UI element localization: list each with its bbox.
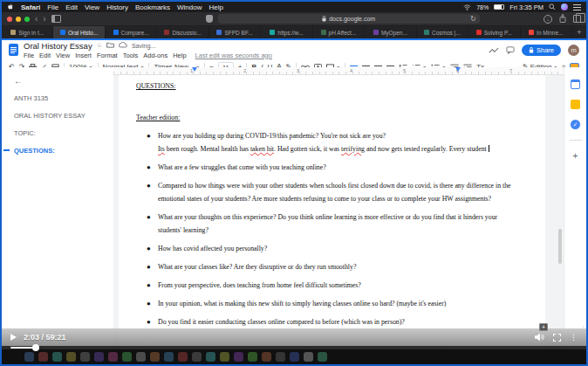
dock-app-icon[interactable] bbox=[192, 352, 202, 362]
outline-item[interactable]: ANTH 3135 bbox=[14, 94, 113, 102]
dock-app-icon[interactable] bbox=[178, 352, 188, 362]
reload-icon[interactable]: ↻ bbox=[470, 15, 476, 23]
notification-center-icon[interactable] bbox=[573, 4, 581, 10]
seek-bar[interactable] bbox=[2, 346, 586, 349]
tab-in-minne[interactable]: In Minne... bbox=[521, 26, 572, 38]
menubar-item-edit[interactable]: Edit bbox=[65, 3, 78, 11]
comment-history-icon[interactable] bbox=[506, 42, 515, 58]
share-button[interactable]: Share bbox=[522, 45, 561, 56]
right-margin-marker[interactable] bbox=[455, 67, 461, 72]
volume-icon[interactable] bbox=[534, 333, 544, 342]
menubar-item-view[interactable]: View bbox=[85, 3, 99, 11]
wifi-icon[interactable] bbox=[463, 4, 471, 10]
menubar-item-safari[interactable]: Safari bbox=[21, 3, 40, 11]
move-folder-icon[interactable] bbox=[106, 42, 114, 49]
menubar-item-window[interactable]: Window bbox=[177, 3, 202, 11]
dock-app-icon[interactable] bbox=[262, 352, 271, 362]
dock-app-icon[interactable] bbox=[52, 352, 62, 362]
privacy-shield-icon[interactable] bbox=[206, 15, 213, 23]
zoom-window-button[interactable] bbox=[24, 17, 30, 22]
outline-item-active[interactable]: QUESTIONS: bbox=[14, 147, 113, 155]
dock-app-icon[interactable] bbox=[164, 352, 174, 362]
docs-menu-tools[interactable]: Tools bbox=[123, 52, 139, 59]
tab-https[interactable]: https://w... bbox=[261, 26, 312, 38]
dock-app-icon[interactable] bbox=[108, 352, 118, 362]
docs-menu-file[interactable]: File bbox=[24, 52, 34, 59]
dock-app-icon[interactable] bbox=[234, 352, 243, 362]
docs-menu-addons[interactable]: Add-ons bbox=[143, 52, 168, 59]
sidebar-toggle-icon[interactable] bbox=[51, 15, 61, 23]
address-bar[interactable]: docs.google.com ↻ bbox=[218, 14, 480, 24]
tasks-icon[interactable]: ✓ bbox=[571, 120, 580, 129]
dock-app-icon[interactable] bbox=[24, 352, 34, 362]
add-addon-button[interactable]: + bbox=[573, 151, 578, 161]
docs-menu-view[interactable]: View bbox=[56, 52, 70, 59]
dock-app-icon[interactable] bbox=[66, 352, 76, 362]
dock-app-icon[interactable] bbox=[80, 352, 90, 362]
forward-button[interactable]: › bbox=[43, 15, 45, 24]
dock-app-icon[interactable] bbox=[248, 352, 257, 362]
insights-icon[interactable] bbox=[489, 42, 499, 58]
tab-oral-history[interactable]: Oral Histo... bbox=[53, 26, 105, 38]
docs-menu-insert[interactable]: Insert bbox=[75, 52, 92, 59]
player-chevron-icon[interactable]: › bbox=[582, 323, 585, 331]
fullscreen-icon[interactable] bbox=[553, 334, 561, 342]
google-docs-icon[interactable] bbox=[9, 44, 18, 56]
outline-item[interactable]: TOPIC: bbox=[14, 129, 113, 137]
tab-sfpd[interactable]: SFPD BF... bbox=[209, 26, 261, 38]
dock-app-icon[interactable] bbox=[304, 352, 313, 362]
spotlight-icon[interactable] bbox=[549, 3, 556, 10]
battery-icon bbox=[494, 4, 504, 10]
ruler[interactable]: 1 2 3 4 5 6 7 bbox=[113, 67, 564, 75]
tab-discussion[interactable]: Discussio... bbox=[157, 26, 209, 38]
pip-icon[interactable]: + bbox=[539, 323, 548, 331]
dock-app-icon[interactable] bbox=[136, 352, 146, 362]
minimize-window-button[interactable] bbox=[16, 17, 21, 22]
share-sheet-icon[interactable] bbox=[559, 14, 566, 24]
last-edit-link[interactable]: Last edit was seconds ago bbox=[195, 52, 272, 59]
dock-app-icon[interactable] bbox=[94, 352, 104, 362]
dock-app-icon[interactable] bbox=[150, 352, 160, 362]
calendar-icon[interactable] bbox=[571, 79, 580, 89]
menubar-item-bookmarks[interactable]: Bookmarks bbox=[135, 3, 170, 11]
dock-app-icon[interactable] bbox=[220, 352, 229, 362]
keep-icon[interactable] bbox=[571, 100, 580, 109]
back-button[interactable]: ‹ bbox=[35, 15, 38, 24]
siri-icon[interactable] bbox=[561, 3, 568, 10]
document-scrollbar[interactable] bbox=[558, 229, 562, 264]
outline-item[interactable]: ORAL HISTORY ESSAY bbox=[14, 112, 113, 120]
dock-app-icon[interactable] bbox=[318, 352, 327, 362]
tab-compare[interactable]: Compare... bbox=[106, 26, 157, 38]
dock-app-icon[interactable] bbox=[290, 352, 299, 362]
more-options-icon[interactable]: ⋮ bbox=[570, 334, 578, 342]
tab-sign-in[interactable]: Sign in t... bbox=[2, 26, 53, 38]
dock-app-icon[interactable] bbox=[38, 352, 48, 362]
tab-overview-icon[interactable] bbox=[573, 15, 581, 23]
close-window-button[interactable] bbox=[7, 17, 12, 22]
menubar-item-file[interactable]: File bbox=[47, 3, 58, 11]
left-margin-marker[interactable] bbox=[192, 67, 197, 72]
tab-ph-affect[interactable]: pH Affect... bbox=[313, 26, 365, 38]
dock-app-icon[interactable] bbox=[206, 352, 215, 362]
tab-solving[interactable]: Solving P... bbox=[468, 26, 520, 38]
play-button[interactable] bbox=[10, 334, 17, 341]
docs-menu-edit[interactable]: Edit bbox=[39, 52, 51, 59]
tab-cosmos[interactable]: Cosmos |... bbox=[417, 26, 468, 38]
close-outline-icon[interactable]: ← bbox=[14, 76, 113, 86]
question-text: What are your thoughts on this experienc… bbox=[158, 213, 497, 234]
new-tab-button[interactable]: + bbox=[572, 26, 586, 38]
docs-menu-help[interactable]: Help bbox=[173, 52, 186, 59]
document-page[interactable]: QUESTIONS: Teacher edition: ● How are yo… bbox=[119, 75, 545, 364]
dock-app-icon[interactable] bbox=[276, 352, 285, 362]
downloads-icon[interactable]: ↓ bbox=[544, 15, 552, 24]
dock-app-icon[interactable] bbox=[122, 352, 132, 362]
star-icon[interactable]: ☆ bbox=[97, 42, 102, 49]
tab-favicon bbox=[113, 30, 119, 35]
apple-icon[interactable] bbox=[7, 3, 14, 10]
document-title[interactable]: Oral History Essay bbox=[24, 41, 92, 51]
menubar-item-history[interactable]: History bbox=[106, 3, 128, 11]
account-avatar[interactable]: m bbox=[568, 45, 579, 56]
docs-menu-format[interactable]: Format bbox=[97, 52, 118, 59]
tab-myopen[interactable]: MyOpen... bbox=[365, 26, 416, 38]
menubar-item-help[interactable]: Help bbox=[209, 3, 222, 11]
